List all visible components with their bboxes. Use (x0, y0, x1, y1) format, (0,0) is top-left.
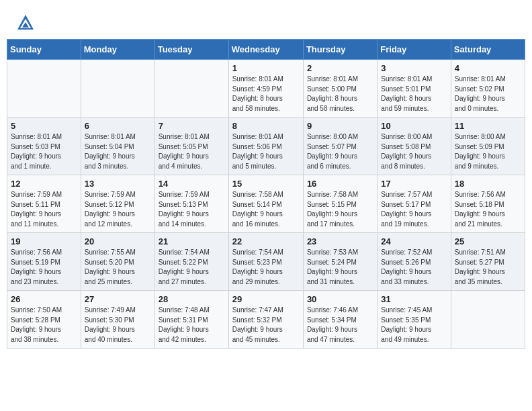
day-cell: 24Sunrise: 7:52 AM Sunset: 5:26 PM Dayli… (378, 233, 451, 291)
week-row-1: 1Sunrise: 8:01 AM Sunset: 4:59 PM Daylig… (7, 60, 525, 118)
day-info: Sunrise: 8:00 AM Sunset: 5:09 PM Dayligh… (455, 132, 521, 171)
day-cell: 20Sunrise: 7:55 AM Sunset: 5:20 PM Dayli… (81, 233, 154, 291)
page: SundayMondayTuesdayWednesdayThursdayFrid… (0, 0, 532, 411)
day-info: Sunrise: 7:47 AM Sunset: 5:32 PM Dayligh… (232, 306, 300, 345)
day-number: 25 (455, 236, 521, 246)
day-cell (154, 60, 228, 118)
day-number: 10 (381, 121, 447, 131)
day-cell: 13Sunrise: 7:59 AM Sunset: 5:12 PM Dayli… (81, 175, 154, 233)
day-number: 5 (11, 121, 77, 131)
day-number: 21 (159, 236, 225, 246)
day-info: Sunrise: 7:59 AM Sunset: 5:13 PM Dayligh… (159, 190, 225, 229)
day-cell: 28Sunrise: 7:48 AM Sunset: 5:31 PM Dayli… (154, 291, 228, 349)
day-cell: 6Sunrise: 8:01 AM Sunset: 5:04 PM Daylig… (81, 118, 154, 175)
day-number: 15 (232, 179, 300, 189)
day-cell: 23Sunrise: 7:53 AM Sunset: 5:24 PM Dayli… (303, 233, 377, 291)
day-info: Sunrise: 8:01 AM Sunset: 5:06 PM Dayligh… (232, 132, 300, 171)
day-number: 20 (85, 236, 151, 246)
day-number: 14 (159, 179, 225, 189)
day-number: 13 (85, 179, 151, 189)
day-cell: 22Sunrise: 7:54 AM Sunset: 5:23 PM Dayli… (228, 233, 303, 291)
day-number: 9 (307, 121, 373, 131)
day-cell (81, 60, 154, 118)
day-cell: 4Sunrise: 8:01 AM Sunset: 5:02 PM Daylig… (451, 60, 525, 118)
day-cell: 30Sunrise: 7:46 AM Sunset: 5:34 PM Dayli… (303, 291, 377, 349)
day-info: Sunrise: 7:51 AM Sunset: 5:27 PM Dayligh… (455, 248, 521, 287)
day-info: Sunrise: 8:01 AM Sunset: 5:01 PM Dayligh… (381, 75, 447, 113)
day-cell: 19Sunrise: 7:56 AM Sunset: 5:19 PM Dayli… (7, 233, 81, 291)
day-info: Sunrise: 7:57 AM Sunset: 5:17 PM Dayligh… (381, 190, 447, 229)
day-info: Sunrise: 7:45 AM Sunset: 5:35 PM Dayligh… (381, 306, 447, 345)
day-info: Sunrise: 7:46 AM Sunset: 5:34 PM Dayligh… (307, 306, 373, 345)
day-number: 1 (232, 63, 300, 73)
weekday-header-tuesday: Tuesday (154, 40, 228, 60)
day-info: Sunrise: 7:49 AM Sunset: 5:30 PM Dayligh… (85, 306, 151, 345)
day-cell: 7Sunrise: 8:01 AM Sunset: 5:05 PM Daylig… (154, 118, 228, 175)
day-info: Sunrise: 8:01 AM Sunset: 5:03 PM Dayligh… (11, 132, 77, 171)
day-number: 19 (11, 236, 77, 246)
day-cell: 3Sunrise: 8:01 AM Sunset: 5:01 PM Daylig… (378, 60, 451, 118)
day-info: Sunrise: 7:52 AM Sunset: 5:26 PM Dayligh… (381, 248, 447, 287)
week-row-2: 5Sunrise: 8:01 AM Sunset: 5:03 PM Daylig… (7, 118, 525, 175)
week-row-3: 12Sunrise: 7:59 AM Sunset: 5:11 PM Dayli… (7, 175, 525, 233)
calendar-table: SundayMondayTuesdayWednesdayThursdayFrid… (7, 39, 525, 349)
day-cell: 2Sunrise: 8:01 AM Sunset: 5:00 PM Daylig… (303, 60, 377, 118)
day-info: Sunrise: 7:54 AM Sunset: 5:22 PM Dayligh… (159, 248, 225, 287)
day-cell: 31Sunrise: 7:45 AM Sunset: 5:35 PM Dayli… (378, 291, 451, 349)
day-info: Sunrise: 8:01 AM Sunset: 5:00 PM Dayligh… (307, 75, 373, 113)
day-number: 22 (232, 236, 300, 246)
day-number: 28 (159, 294, 225, 304)
day-number: 6 (85, 121, 151, 131)
day-number: 31 (381, 294, 447, 304)
day-info: Sunrise: 8:01 AM Sunset: 5:04 PM Dayligh… (85, 132, 151, 171)
day-info: Sunrise: 7:58 AM Sunset: 5:14 PM Dayligh… (232, 190, 300, 229)
day-number: 24 (381, 236, 447, 246)
day-cell (7, 60, 81, 118)
day-info: Sunrise: 8:01 AM Sunset: 5:02 PM Dayligh… (455, 75, 521, 113)
weekday-header-row: SundayMondayTuesdayWednesdayThursdayFrid… (7, 40, 525, 60)
day-number: 16 (307, 179, 373, 189)
day-cell: 5Sunrise: 8:01 AM Sunset: 5:03 PM Daylig… (7, 118, 81, 175)
day-cell: 16Sunrise: 7:58 AM Sunset: 5:15 PM Dayli… (303, 175, 377, 233)
day-cell: 26Sunrise: 7:50 AM Sunset: 5:28 PM Dayli… (7, 291, 81, 349)
day-number: 7 (159, 121, 225, 131)
header (0, 0, 532, 39)
day-info: Sunrise: 7:53 AM Sunset: 5:24 PM Dayligh… (307, 248, 373, 287)
day-info: Sunrise: 7:56 AM Sunset: 5:18 PM Dayligh… (455, 190, 521, 229)
day-number: 29 (232, 294, 300, 304)
day-info: Sunrise: 8:00 AM Sunset: 5:07 PM Dayligh… (307, 132, 373, 171)
day-cell (451, 291, 525, 349)
logo (16, 12, 38, 32)
day-info: Sunrise: 7:59 AM Sunset: 5:12 PM Dayligh… (85, 190, 151, 229)
day-number: 12 (11, 179, 77, 189)
week-row-4: 19Sunrise: 7:56 AM Sunset: 5:19 PM Dayli… (7, 233, 525, 291)
day-cell: 29Sunrise: 7:47 AM Sunset: 5:32 PM Dayli… (228, 291, 303, 349)
day-number: 3 (381, 63, 447, 73)
day-number: 11 (455, 121, 521, 131)
day-number: 27 (85, 294, 151, 304)
week-row-5: 26Sunrise: 7:50 AM Sunset: 5:28 PM Dayli… (7, 291, 525, 349)
day-cell: 27Sunrise: 7:49 AM Sunset: 5:30 PM Dayli… (81, 291, 154, 349)
day-cell: 15Sunrise: 7:58 AM Sunset: 5:14 PM Dayli… (228, 175, 303, 233)
weekday-header-sunday: Sunday (7, 40, 81, 60)
day-cell: 21Sunrise: 7:54 AM Sunset: 5:22 PM Dayli… (154, 233, 228, 291)
day-cell: 8Sunrise: 8:01 AM Sunset: 5:06 PM Daylig… (228, 118, 303, 175)
day-info: Sunrise: 7:58 AM Sunset: 5:15 PM Dayligh… (307, 190, 373, 229)
weekday-header-thursday: Thursday (303, 40, 377, 60)
weekday-header-saturday: Saturday (451, 40, 525, 60)
day-cell: 11Sunrise: 8:00 AM Sunset: 5:09 PM Dayli… (451, 118, 525, 175)
day-cell: 10Sunrise: 8:00 AM Sunset: 5:08 PM Dayli… (378, 118, 451, 175)
day-info: Sunrise: 7:59 AM Sunset: 5:11 PM Dayligh… (11, 190, 77, 229)
day-info: Sunrise: 7:56 AM Sunset: 5:19 PM Dayligh… (11, 248, 77, 287)
day-number: 30 (307, 294, 373, 304)
day-cell: 1Sunrise: 8:01 AM Sunset: 4:59 PM Daylig… (228, 60, 303, 118)
day-number: 2 (307, 63, 373, 73)
day-info: Sunrise: 7:55 AM Sunset: 5:20 PM Dayligh… (85, 248, 151, 287)
day-cell: 14Sunrise: 7:59 AM Sunset: 5:13 PM Dayli… (154, 175, 228, 233)
day-cell: 18Sunrise: 7:56 AM Sunset: 5:18 PM Dayli… (451, 175, 525, 233)
day-number: 8 (232, 121, 300, 131)
day-info: Sunrise: 7:48 AM Sunset: 5:31 PM Dayligh… (159, 306, 225, 345)
weekday-header-monday: Monday (81, 40, 154, 60)
day-number: 18 (455, 179, 521, 189)
day-number: 4 (455, 63, 521, 73)
